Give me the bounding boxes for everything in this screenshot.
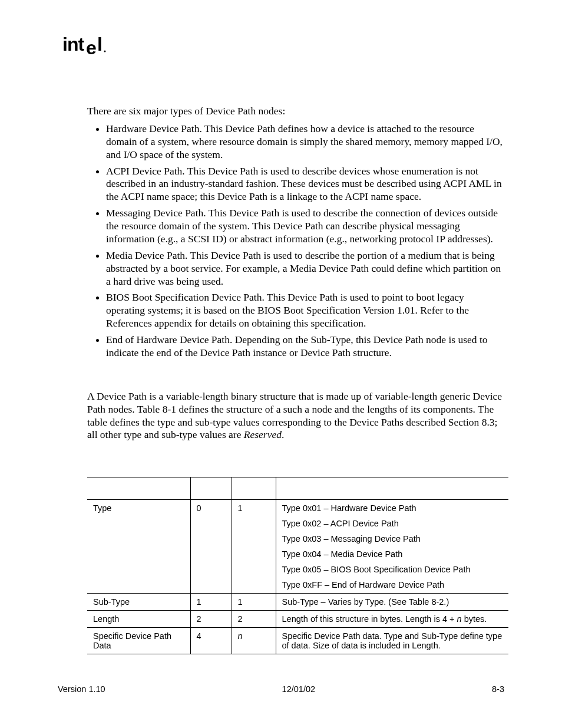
cell-desc: Sub-Type – Varies by Type. (See Table 8-…: [276, 594, 508, 611]
cell-desc: Type 0x01 – Hardware Device Path Type 0x…: [276, 500, 508, 594]
th-length: [232, 477, 276, 500]
section-paragraph: A Device Path is a variable-length binar…: [87, 390, 504, 442]
device-path-table: Type 0 1 Type 0x01 – Hardware Device Pat…: [87, 477, 508, 654]
list-item: Media Device Path. This Device Path is u…: [106, 249, 504, 288]
cell-len: 2: [232, 611, 276, 628]
cell-desc: Length of this structure in bytes. Lengt…: [276, 611, 508, 628]
desc-line: Type 0x01 – Hardware Device Path: [282, 503, 503, 513]
footer-page: 8-3: [492, 684, 504, 694]
desc-line: Type 0x04 – Media Device Path: [282, 549, 503, 559]
cell-len: n: [232, 628, 276, 654]
cell-len: 1: [232, 500, 276, 594]
section-text-a: A Device Path is a variable-length binar…: [87, 390, 502, 441]
cell-len: 1: [232, 594, 276, 611]
th-mnemonic: [87, 477, 190, 500]
cell-mnemonic: Type: [87, 500, 190, 594]
cell-byte: 2: [190, 611, 232, 628]
desc-line: Type 0x05 – BIOS Boot Specification Devi…: [282, 565, 503, 574]
th-description: [276, 477, 508, 500]
svg-text:l: l: [97, 35, 103, 55]
th-byte: [190, 477, 232, 500]
desc-line: Type 0x03 – Messaging Device Path: [282, 534, 503, 543]
footer-version: Version 1.10: [58, 684, 105, 694]
svg-text:int: int: [62, 35, 84, 55]
intel-logo: int e l: [62, 35, 504, 58]
table-row: Specific Device Path Data 4 n Specific D…: [87, 628, 508, 654]
list-item: End of Hardware Device Path. Depending o…: [106, 334, 504, 360]
cell-byte: 1: [190, 594, 232, 611]
footer-date: 12/01/02: [282, 684, 315, 694]
cell-mnemonic: Sub-Type: [87, 594, 190, 611]
bullet-list: Hardware Device Path. This Device Path d…: [87, 123, 504, 360]
svg-point-3: [104, 51, 106, 52]
list-item: Messaging Device Path. This Device Path …: [106, 207, 504, 246]
section-text-c: .: [282, 429, 284, 440]
list-item: Hardware Device Path. This Device Path d…: [106, 123, 504, 162]
table-row: Sub-Type 1 1 Sub-Type – Varies by Type. …: [87, 594, 508, 611]
page-footer: Version 1.10 12/01/02 8-3: [58, 684, 504, 694]
desc-line: Type 0x02 – ACPI Device Path: [282, 519, 503, 528]
cell-byte: 0: [190, 500, 232, 594]
cell-mnemonic: Length: [87, 611, 190, 628]
cell-byte: 4: [190, 628, 232, 654]
table-header-row: [87, 477, 508, 500]
table-row: Type 0 1 Type 0x01 – Hardware Device Pat…: [87, 500, 508, 594]
desc-line: Type 0xFF – End of Hardware Device Path: [282, 580, 503, 589]
list-item: ACPI Device Path. This Device Path is us…: [106, 165, 504, 204]
list-item: BIOS Boot Specification Device Path. Thi…: [106, 291, 504, 330]
cell-mnemonic: Specific Device Path Data: [87, 628, 190, 654]
intro-text: There are six major types of Device Path…: [87, 105, 504, 118]
section-text-reserved: Reserved: [244, 429, 282, 440]
cell-desc: Specific Device Path data. Type and Sub-…: [276, 628, 508, 654]
table-row: Length 2 2 Length of this structure in b…: [87, 611, 508, 628]
svg-text:e: e: [86, 37, 97, 55]
